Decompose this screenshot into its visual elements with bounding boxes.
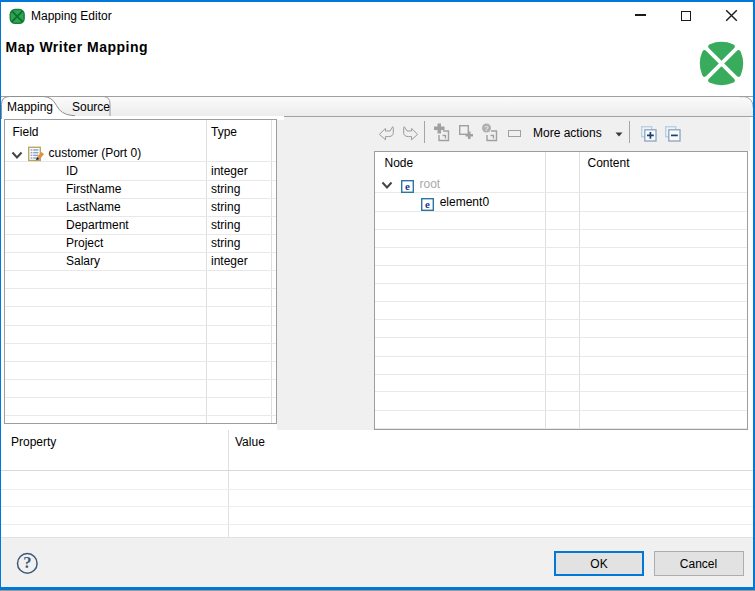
svg-text:?: ? [485, 125, 489, 132]
svg-text:e: e [405, 180, 410, 192]
svg-text:e: e [425, 198, 430, 210]
svg-text:?: ? [23, 553, 31, 572]
